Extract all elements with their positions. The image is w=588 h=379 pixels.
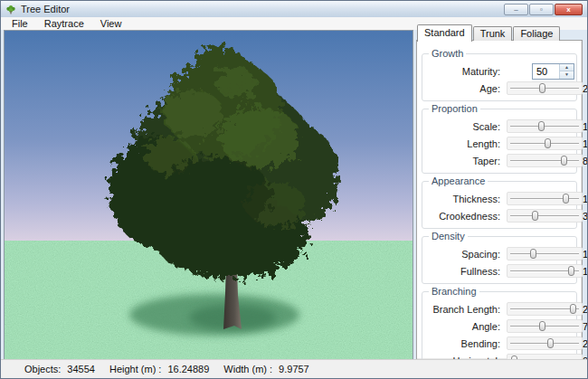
slider-thumb[interactable] — [532, 211, 538, 221]
slider-thumb[interactable] — [561, 156, 567, 166]
group-density: Density Spacing: 104 Fullness: 100 — [422, 236, 577, 284]
group-appearance: Appearance Thickness: 180 Crookedness: 3… — [422, 181, 577, 229]
group-growth: Growth Maturity: 50 ▲ ▼ Age: — [422, 53, 577, 101]
param-label: Taper: — [424, 156, 507, 166]
param-label: Branch Length: — [424, 304, 507, 315]
group-title: Growth — [429, 48, 466, 59]
param-label: Crookedness: — [424, 211, 507, 222]
param-row-thickness: Thickness: 180 — [424, 190, 574, 207]
slider-thumb[interactable] — [539, 321, 545, 331]
tab-foliage[interactable]: Foliage — [513, 26, 560, 41]
app-tree-icon — [5, 4, 16, 14]
param-row-spacing: Spacing: 104 — [424, 245, 574, 262]
slider-thumb[interactable] — [545, 138, 551, 148]
bending-slider[interactable] — [507, 336, 583, 350]
parameter-panel: Standard Trunk Foliage Growth Maturity: … — [416, 26, 584, 360]
param-value: 180 — [583, 194, 588, 204]
thickness-slider[interactable] — [507, 192, 583, 205]
param-row-maturity: Maturity: 50 ▲ ▼ — [424, 62, 574, 80]
param-row-taper: Taper: 85 — [424, 152, 574, 169]
tree-shadow — [129, 294, 299, 336]
param-label: Spacing: — [424, 249, 507, 260]
group-proportion: Proportion Scale: 100 Length: 100 T — [422, 109, 577, 174]
age-slider[interactable] — [507, 81, 583, 95]
height-label: Height (m) : — [109, 364, 161, 374]
maturity-spinner[interactable]: 50 ▲ ▼ — [532, 63, 574, 80]
tab-trunk[interactable]: Trunk — [473, 26, 513, 41]
menu-file[interactable]: File — [4, 17, 36, 30]
param-row-crookedness: Crookedness: 36 — [424, 207, 574, 224]
slider-thumb[interactable] — [538, 121, 545, 131]
fullness-slider[interactable] — [507, 264, 583, 278]
param-value: 100 — [583, 138, 588, 149]
branch-length-slider[interactable] — [507, 302, 583, 316]
maximize-button[interactable]: ▫ — [529, 4, 554, 15]
spinner-value[interactable]: 50 — [533, 64, 559, 79]
group-title: Density — [429, 231, 468, 242]
param-value: 36 — [583, 211, 588, 222]
app-window: Tree Editor – ▫ x File Raytrace View — [0, 0, 588, 379]
slider-thumb[interactable] — [563, 194, 569, 204]
param-row-fullness: Fullness: 100 — [424, 262, 574, 280]
objects-label: Objects: — [24, 364, 61, 374]
param-row-scale: Scale: 100 — [424, 118, 574, 135]
menu-view[interactable]: View — [92, 17, 130, 30]
param-value: 71 — [583, 321, 588, 332]
slider-thumb[interactable] — [570, 304, 576, 314]
group-title: Appearance — [429, 175, 488, 186]
height-value: 16.24889 — [167, 364, 209, 374]
close-button[interactable]: x — [555, 4, 583, 15]
slider-thumb[interactable] — [547, 338, 554, 348]
param-label: Fullness: — [424, 266, 507, 277]
title-bar[interactable]: Tree Editor – ▫ x — [1, 1, 587, 18]
param-value: 104 — [583, 249, 588, 260]
slider-thumb[interactable] — [539, 83, 545, 93]
param-value: 25 — [583, 83, 588, 94]
param-label: Maturity: — [424, 66, 507, 77]
width-value: 9.9757 — [279, 364, 309, 374]
window-title: Tree Editor — [21, 4, 70, 14]
render-viewport[interactable] — [4, 30, 413, 360]
param-label: Angle: — [424, 321, 507, 332]
group-title: Branching — [429, 286, 479, 297]
param-value: 200 — [583, 304, 588, 315]
group-title: Proportion — [429, 103, 480, 114]
param-label: Bending: — [424, 338, 507, 349]
menu-raytrace[interactable]: Raytrace — [36, 17, 92, 30]
param-row-age: Age: 25 — [424, 80, 574, 97]
crookedness-slider[interactable] — [507, 209, 583, 223]
objects-value: 34554 — [67, 364, 95, 374]
param-value: 29 — [583, 338, 588, 349]
tab-standard[interactable]: Standard — [417, 24, 472, 42]
param-row-branch-length: Branch Length: 200 — [424, 300, 574, 317]
param-label: Scale: — [424, 121, 507, 132]
tree-render — [5, 31, 413, 359]
param-label: Age: — [424, 83, 507, 94]
param-label: Thickness: — [424, 194, 507, 204]
status-bar: Objects: 34554 Height (m) : 16.24889 Wid… — [1, 359, 587, 378]
slider-thumb[interactable] — [568, 266, 574, 276]
scale-slider[interactable] — [507, 119, 583, 133]
minimize-button[interactable]: – — [504, 4, 528, 15]
param-value: 85 — [583, 156, 588, 166]
param-row-bending: Bending: 29 — [424, 335, 574, 352]
spinner-up-icon[interactable]: ▲ — [560, 64, 574, 72]
slider-thumb[interactable] — [530, 249, 536, 259]
taper-slider[interactable] — [507, 154, 583, 167]
param-value: 100 — [583, 266, 588, 277]
angle-slider[interactable] — [507, 319, 583, 333]
spacing-slider[interactable] — [507, 247, 583, 261]
param-value: 100 — [583, 121, 588, 132]
param-label: Length: — [424, 138, 507, 149]
tab-page-standard: Growth Maturity: 50 ▲ ▼ Age: — [416, 40, 583, 360]
param-row-angle: Angle: 71 — [424, 317, 574, 335]
tab-strip: Standard Trunk Foliage — [417, 26, 561, 41]
width-label: Width (m) : — [223, 364, 272, 374]
param-row-length: Length: 100 — [424, 135, 574, 152]
length-slider[interactable] — [507, 137, 583, 150]
spinner-down-icon[interactable]: ▼ — [560, 71, 574, 79]
